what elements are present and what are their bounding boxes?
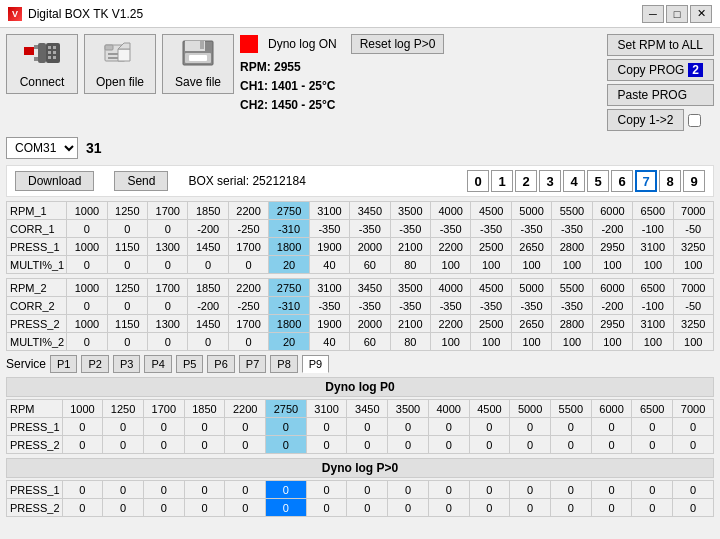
cell[interactable]: 0 — [510, 499, 551, 517]
cell[interactable]: 0 — [469, 436, 510, 454]
cell[interactable]: 1850 — [188, 279, 228, 297]
cell[interactable]: 0 — [148, 256, 188, 274]
cell[interactable]: -200 — [188, 297, 228, 315]
cell[interactable]: 3450 — [350, 202, 390, 220]
cell[interactable]: 1700 — [148, 202, 188, 220]
service-tab-p1[interactable]: P1 — [50, 355, 77, 373]
cell[interactable]: 0 — [62, 418, 103, 436]
cell[interactable]: 0 — [62, 499, 103, 517]
cell[interactable]: 0 — [347, 418, 388, 436]
cell[interactable]: 100 — [552, 333, 592, 351]
cell[interactable]: 0 — [306, 418, 347, 436]
cell[interactable]: 0 — [632, 499, 673, 517]
num-tab-5[interactable]: 5 — [587, 170, 609, 192]
cell[interactable]: 0 — [388, 418, 429, 436]
maximize-button[interactable]: □ — [666, 5, 688, 23]
cell[interactable]: 0 — [62, 436, 103, 454]
service-tab-p4[interactable]: P4 — [144, 355, 171, 373]
cell[interactable]: 4500 — [469, 400, 510, 418]
cell[interactable]: 3100 — [309, 279, 349, 297]
num-tab-1[interactable]: 1 — [491, 170, 513, 192]
cell[interactable]: 0 — [428, 436, 469, 454]
cell[interactable]: 0 — [148, 220, 188, 238]
cell[interactable]: 1900 — [309, 238, 349, 256]
cell[interactable]: 0 — [107, 297, 147, 315]
cell[interactable]: 0 — [107, 220, 147, 238]
cell[interactable]: 1450 — [188, 315, 228, 333]
cell[interactable]: 0 — [225, 418, 266, 436]
cell[interactable]: 0 — [673, 436, 714, 454]
cell[interactable]: -350 — [431, 297, 471, 315]
cell[interactable]: -350 — [350, 297, 390, 315]
copy-prog-button[interactable]: Copy PROG 2 — [607, 59, 714, 81]
connect-button[interactable]: Connect — [6, 34, 78, 94]
cell[interactable]: 2000 — [350, 238, 390, 256]
cell[interactable]: 6000 — [592, 202, 632, 220]
cell[interactable]: -200 — [592, 297, 632, 315]
cell[interactable]: -350 — [552, 220, 592, 238]
cell[interactable]: 1850 — [184, 400, 225, 418]
cell[interactable]: 1000 — [67, 238, 107, 256]
cell[interactable]: 0 — [510, 481, 551, 499]
cell[interactable]: 3500 — [388, 400, 429, 418]
save-file-button[interactable]: Save file — [162, 34, 234, 94]
cell[interactable]: -50 — [673, 220, 713, 238]
cell[interactable]: 40 — [309, 333, 349, 351]
cell[interactable]: 20 — [269, 333, 309, 351]
cell[interactable]: 0 — [550, 436, 591, 454]
cell[interactable]: 0 — [188, 333, 228, 351]
cell[interactable]: 0 — [67, 220, 107, 238]
cell[interactable]: 0 — [632, 436, 673, 454]
cell[interactable]: 1700 — [228, 238, 268, 256]
cell[interactable]: 5000 — [511, 202, 551, 220]
cell[interactable]: 100 — [431, 333, 471, 351]
cell[interactable]: -350 — [309, 220, 349, 238]
cell[interactable]: 3450 — [347, 400, 388, 418]
cell[interactable]: 20 — [269, 256, 309, 274]
cell[interactable]: 2200 — [225, 400, 266, 418]
close-button[interactable]: ✕ — [690, 5, 712, 23]
cell[interactable]: -350 — [552, 297, 592, 315]
cell[interactable]: 7000 — [673, 202, 713, 220]
cell[interactable]: 1850 — [188, 202, 228, 220]
cell[interactable]: 1450 — [188, 238, 228, 256]
cell[interactable]: 100 — [673, 333, 713, 351]
cell[interactable]: 1700 — [148, 279, 188, 297]
cell[interactable]: 4000 — [428, 400, 469, 418]
cell[interactable]: 0 — [225, 481, 266, 499]
cell[interactable]: 1000 — [67, 315, 107, 333]
num-tab-6[interactable]: 6 — [611, 170, 633, 192]
cell[interactable]: 100 — [673, 256, 713, 274]
cell[interactable]: 1000 — [67, 279, 107, 297]
cell[interactable]: -200 — [592, 220, 632, 238]
cell[interactable]: 0 — [62, 481, 103, 499]
cell[interactable]: 100 — [633, 256, 673, 274]
cell[interactable]: 0 — [347, 481, 388, 499]
cell[interactable]: 0 — [347, 436, 388, 454]
cell[interactable]: -350 — [390, 220, 430, 238]
paste-prog-button[interactable]: Paste PROG — [607, 84, 714, 106]
cell[interactable]: 0 — [388, 481, 429, 499]
cell[interactable]: 0 — [266, 481, 307, 499]
cell[interactable]: 0 — [228, 333, 268, 351]
cell[interactable]: 0 — [673, 418, 714, 436]
cell[interactable]: 40 — [309, 256, 349, 274]
cell[interactable]: 1800 — [269, 315, 309, 333]
cell[interactable]: -350 — [309, 297, 349, 315]
cell[interactable]: -200 — [188, 220, 228, 238]
cell[interactable]: 3500 — [390, 279, 430, 297]
cell[interactable]: 0 — [67, 256, 107, 274]
cell[interactable]: 6500 — [633, 279, 673, 297]
cell[interactable]: 0 — [184, 436, 225, 454]
cell[interactable]: -350 — [431, 220, 471, 238]
cell[interactable]: 2100 — [390, 238, 430, 256]
cell[interactable]: -350 — [350, 220, 390, 238]
cell[interactable]: 60 — [350, 256, 390, 274]
send-button[interactable]: Send — [114, 171, 168, 191]
cell[interactable]: 0 — [143, 481, 184, 499]
cell[interactable]: 0 — [103, 481, 144, 499]
cell[interactable]: 6000 — [592, 279, 632, 297]
cell[interactable]: -350 — [471, 220, 511, 238]
cell[interactable]: 0 — [148, 297, 188, 315]
cell[interactable]: 100 — [552, 256, 592, 274]
